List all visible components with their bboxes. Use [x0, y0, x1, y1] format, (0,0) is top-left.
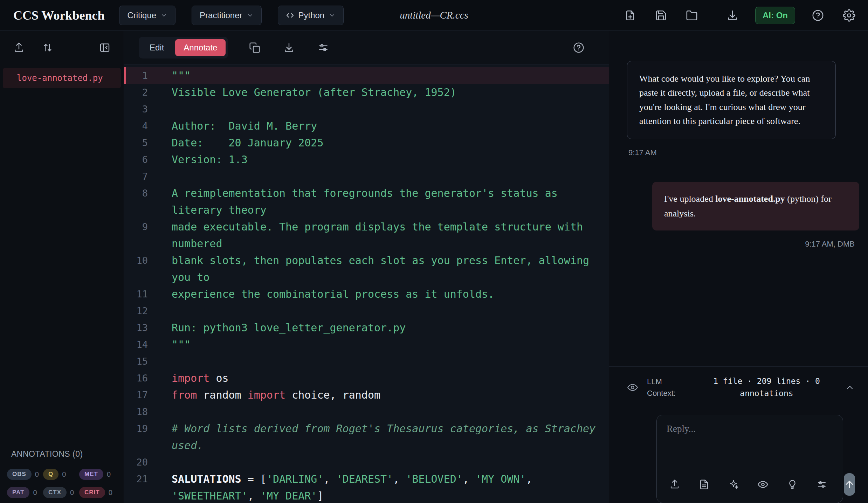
copy-code-button[interactable]: [247, 40, 262, 55]
code-line[interactable]: 17from random import choice, random: [124, 387, 609, 404]
editor-options-button[interactable]: [316, 40, 331, 55]
code-line[interactable]: 18: [124, 404, 609, 420]
collapse-panel-icon: [99, 42, 110, 53]
code-line[interactable]: 19# Word lists derived from Roget's Thes…: [124, 420, 609, 454]
user-timestamp: 9:17 AM, DMB: [609, 240, 855, 249]
topbar-actions: AI: On: [622, 7, 857, 24]
attach-file-button[interactable]: [667, 477, 682, 492]
llm-context-bar[interactable]: LLM Context: 1 file · 209 lines · 0 anno…: [609, 366, 868, 408]
code-line[interactable]: 12: [124, 303, 609, 319]
collapse-sidebar-button[interactable]: [97, 40, 112, 55]
code-line[interactable]: 2Visible Love Generator (after Strachey,…: [124, 84, 609, 101]
code-text: Visible Love Generator (after Strachey, …: [158, 84, 609, 101]
reply-toolbar: [667, 473, 835, 496]
user-message-filename: love-annotated.py: [715, 194, 785, 204]
reply-options-button[interactable]: [814, 477, 829, 492]
preview-button[interactable]: [756, 477, 770, 492]
line-number: 20: [124, 454, 158, 471]
sort-files-button[interactable]: [40, 40, 55, 55]
sort-icon: [42, 42, 53, 53]
line-number: 4: [124, 118, 158, 135]
send-button[interactable]: [844, 473, 855, 496]
annotation-badge[interactable]: PAT0: [7, 487, 41, 498]
insert-document-button[interactable]: [697, 477, 711, 492]
editor-help-button[interactable]: [571, 40, 586, 55]
code-brackets-icon: [286, 11, 294, 20]
download-code-button[interactable]: [281, 40, 297, 55]
code-line[interactable]: 9made executable. The program displays t…: [124, 219, 609, 252]
line-number: 7: [124, 168, 158, 185]
code-line[interactable]: 1""": [124, 67, 609, 84]
code-line[interactable]: 21SALUTATIONS = ['DARLING', 'DEAREST', '…: [124, 471, 609, 503]
chevron-down-icon: [160, 12, 167, 19]
sidebar-toolbar: [0, 31, 124, 64]
code-text: experience the combinatorial process as …: [158, 286, 609, 303]
code-line[interactable]: 8A reimplementation that foregrounds the…: [124, 185, 609, 219]
code-line[interactable]: 7: [124, 168, 609, 185]
code-line[interactable]: 11experience the combinatorial process a…: [124, 286, 609, 303]
badge-pill: PAT: [7, 487, 29, 498]
settings-button[interactable]: [841, 7, 857, 24]
gear-icon: [843, 9, 855, 22]
download-button[interactable]: [724, 7, 740, 23]
code-editor: Edit Annotate 1"""2Visible Love Generato…: [124, 31, 609, 503]
help-icon: [573, 42, 584, 53]
copy-icon: [249, 42, 260, 53]
line-number: 18: [124, 404, 158, 420]
code-line[interactable]: 3: [124, 101, 609, 118]
save-button[interactable]: [653, 7, 669, 23]
assistant-message-text: What code would you like to explore? You…: [639, 74, 810, 126]
assistant-timestamp: 9:17 AM: [628, 148, 868, 157]
code-lines: 1"""2Visible Love Generator (after Strac…: [124, 67, 609, 503]
practitioner-menu[interactable]: Practitioner: [192, 6, 261, 25]
code-line[interactable]: 15: [124, 353, 609, 370]
line-number: 3: [124, 101, 158, 118]
open-folder-button[interactable]: [684, 7, 700, 23]
line-number: 16: [124, 370, 158, 387]
ai-toggle-button[interactable]: AI: On: [755, 7, 795, 24]
badge-count: 0: [109, 489, 112, 497]
code-text: [158, 404, 609, 420]
code-line[interactable]: 10blank slots, then populates each slot …: [124, 252, 609, 286]
code-line[interactable]: 20: [124, 454, 609, 471]
file-item[interactable]: love-annotated.py: [3, 68, 121, 88]
code-area[interactable]: 1"""2Visible Love Generator (after Strac…: [124, 64, 609, 503]
code-text: from random import choice, random: [158, 387, 609, 404]
code-line[interactable]: 14""": [124, 336, 609, 353]
code-line[interactable]: 5Date: 20 January 2025: [124, 135, 609, 151]
code-line[interactable]: 13Run: python3 love_letter_generator.py: [124, 319, 609, 336]
save-icon: [655, 9, 667, 21]
file-plus-icon: [624, 9, 636, 21]
code-line[interactable]: 6Version: 1.3: [124, 151, 609, 168]
reply-input[interactable]: [667, 423, 833, 473]
code-line[interactable]: 4Author: David M. Berry: [124, 118, 609, 135]
code-text: """: [158, 336, 609, 353]
annotation-badge[interactable]: MET0: [79, 469, 113, 480]
badge-pill: CTX: [43, 487, 67, 498]
context-label: LLM Context:: [647, 376, 688, 399]
mode-tabs: Edit Annotate: [139, 37, 228, 58]
help-button[interactable]: [810, 7, 826, 23]
arrow-up-icon: [844, 479, 855, 490]
annotation-badges: OBS0Q0MET0PAT0CTX0CRIT0: [7, 469, 113, 498]
new-file-button[interactable]: [622, 7, 638, 23]
ai-suggest-button[interactable]: [726, 477, 741, 492]
user-message: I've uploaded love-annotated.py (python)…: [652, 182, 859, 230]
hint-button[interactable]: [785, 477, 800, 492]
annotation-badge[interactable]: OBS0: [7, 469, 41, 480]
code-text: Run: python3 love_letter_generator.py: [158, 319, 609, 336]
code-text: # Word lists derived from Roget's Thesau…: [158, 420, 609, 454]
code-text: [158, 353, 609, 370]
annotation-badge[interactable]: CRIT0: [79, 487, 113, 498]
code-text: Version: 1.3: [158, 151, 609, 168]
code-text: SALUTATIONS = ['DARLING', 'DEAREST', 'BE…: [158, 471, 609, 503]
tab-edit[interactable]: Edit: [141, 39, 172, 56]
critique-menu[interactable]: Critique: [119, 6, 175, 25]
upload-file-button[interactable]: [11, 40, 27, 55]
annotation-badge[interactable]: CTX0: [43, 487, 77, 498]
language-menu[interactable]: Python: [278, 6, 344, 25]
chevron-up-icon: [845, 383, 855, 392]
code-line[interactable]: 16import os: [124, 370, 609, 387]
annotation-badge[interactable]: Q0: [43, 469, 77, 480]
tab-annotate[interactable]: Annotate: [175, 39, 226, 56]
